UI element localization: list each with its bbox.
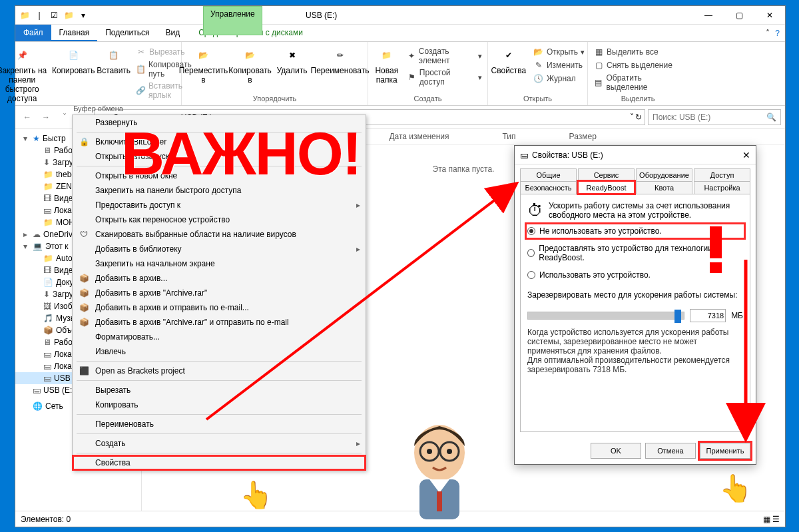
prop-tab[interactable]: Сервис: [578, 168, 635, 181]
context-menu-item[interactable]: Переименовать: [73, 417, 366, 431]
reserve-spin[interactable]: 7318: [690, 309, 726, 322]
refresh-button[interactable]: ↻: [635, 113, 642, 122]
group-clipboard-label: Буфер обмена: [73, 103, 123, 114]
context-menu-item[interactable]: Предоставить доступ к▸: [73, 198, 366, 212]
open-button[interactable]: 📂Открыть ▾: [532, 46, 586, 58]
prop-tab[interactable]: Настройка: [694, 181, 750, 194]
tab-share[interactable]: Поделиться: [97, 25, 157, 41]
mb-unit: МБ: [731, 311, 743, 320]
context-menu-item[interactable]: 📦Добавить в архив...: [73, 271, 366, 286]
context-menu-item[interactable]: Развернуть: [73, 115, 366, 130]
prop-tab[interactable]: Общие: [520, 168, 577, 181]
dialog-close-button[interactable]: ✕: [742, 150, 750, 160]
invert-icon: ▤: [593, 77, 603, 88]
context-menu-item[interactable]: 📦Добавить в архив "Archive.rar": [73, 286, 366, 300]
forward-button[interactable]: →: [38, 109, 54, 125]
addr-dropdown-icon[interactable]: ˅: [630, 113, 634, 122]
apply-button[interactable]: Применить: [700, 443, 750, 459]
prop-tab[interactable]: Доступ: [694, 168, 750, 181]
paste-button[interactable]: 📋Вставить: [97, 43, 131, 103]
newfolder-icon: 📁: [378, 46, 396, 65]
radio-dot-icon: [527, 227, 535, 235]
col-size[interactable]: Размер: [569, 132, 597, 141]
search-input[interactable]: Поиск: USB (E:) 🔍: [648, 109, 781, 125]
tab-view[interactable]: Вид: [157, 25, 188, 41]
radio-use[interactable]: Использовать это устройство.: [527, 269, 743, 281]
readyboost-intro: Ускорить работу системы за счет использо…: [549, 201, 743, 220]
context-menu-item[interactable]: Извлечь: [73, 344, 366, 359]
edit-button[interactable]: ✎Изменить: [532, 59, 586, 71]
context-menu-item[interactable]: Закрепить на панели быстрого доступа: [73, 183, 366, 198]
newfolder-button[interactable]: 📁Новая папка: [372, 43, 401, 87]
radio-dedicate[interactable]: Предоставлять это устройство для техноло…: [527, 242, 743, 264]
context-menu-item[interactable]: 🔒Включить BitLocker: [73, 134, 366, 149]
context-menu-item[interactable]: Форматировать...: [73, 330, 366, 344]
view-mode-icons[interactable]: ▦ ☰: [763, 515, 780, 524]
shortcut-icon: 🔗: [136, 85, 146, 96]
open-icon: 📂: [533, 47, 544, 57]
context-menu-item[interactable]: Копировать: [73, 398, 366, 412]
moveto-button[interactable]: 📂Переместить в: [182, 43, 225, 85]
ribbon: 📌Закрепить на панели быстрого доступа 📄К…: [15, 42, 785, 106]
ribbon-collapse-icon[interactable]: ˄: [766, 29, 770, 38]
contextual-tab-manage: Управление: [203, 6, 262, 35]
context-menu-item[interactable]: Свойства: [73, 455, 366, 470]
prop-tab[interactable]: Квота: [636, 181, 692, 194]
delete-icon: ✖: [283, 46, 302, 65]
help-icon[interactable]: ?: [775, 29, 780, 38]
minimize-button[interactable]: —: [693, 6, 724, 25]
paste-icon: 📋: [105, 46, 123, 65]
selectnone-button[interactable]: ▢Снять выделение: [592, 59, 684, 71]
context-menu-item[interactable]: Открыть автозапуск...: [73, 149, 366, 164]
qat-folder-icon[interactable]: 📁: [63, 10, 74, 21]
invertsel-button[interactable]: ▤Обратить выделение: [592, 73, 684, 93]
context-menu-item[interactable]: 🛡Сканировать выбранные области на наличи…: [73, 227, 366, 242]
props-icon: ✔: [499, 46, 518, 65]
context-menu-item[interactable]: 📦Добавить в архив и отправить по e-mail.…: [73, 300, 366, 315]
reserve-slider[interactable]: [527, 312, 684, 320]
context-menu-item[interactable]: Вырезать: [73, 383, 366, 398]
rename-button[interactable]: ✏Переименовать: [313, 43, 368, 85]
easyaccess-button[interactable]: ⚑Простой доступ ▾: [405, 67, 483, 87]
radio-dot-icon: [527, 271, 535, 279]
cancel-button[interactable]: Отмена: [645, 443, 696, 459]
context-menu-item[interactable]: Открыть в новом окне: [73, 168, 366, 183]
close-button[interactable]: ✕: [754, 6, 785, 25]
col-type[interactable]: Тип: [503, 132, 516, 141]
history-icon: 🕓: [533, 73, 544, 84]
context-menu-item[interactable]: ⬛Open as Brackets project: [73, 364, 366, 378]
pin-quickaccess-button[interactable]: 📌Закрепить на панели быстрого доступа: [0, 43, 50, 103]
recent-dropdown[interactable]: ˅: [57, 109, 73, 125]
tab-file[interactable]: Файл: [15, 25, 51, 41]
window-title: USB (E:): [306, 11, 337, 20]
col-date[interactable]: Дата изменения: [389, 132, 449, 141]
qat-check-icon[interactable]: ☑: [49, 10, 59, 21]
copyto-button[interactable]: 📂Копировать в: [229, 43, 272, 85]
tab-home[interactable]: Главная: [51, 25, 98, 41]
selectall-button[interactable]: ▦Выделить все: [592, 46, 684, 58]
radio-dont-use[interactable]: Не использовать это устройство.: [527, 225, 743, 237]
group-select-label: Выделить: [621, 93, 655, 104]
history-button[interactable]: 🕓Журнал: [532, 73, 586, 85]
back-button[interactable]: ←: [19, 109, 35, 125]
newitem-button[interactable]: ✦Создать элемент ▾: [405, 46, 483, 66]
context-menu-item[interactable]: 📦Добавить в архив "Archive.rar" и отправ…: [73, 315, 366, 330]
context-menu-item[interactable]: Добавить в библиотеку▸: [73, 242, 366, 256]
prop-tab[interactable]: Оборудование: [636, 168, 692, 181]
prop-tab[interactable]: Безопасность: [520, 181, 577, 194]
context-menu-item[interactable]: Закрепить на начальном экране: [73, 256, 366, 271]
qat-dropdown-icon[interactable]: ▾: [78, 10, 89, 21]
readyboost-note: Когда устройство используется для ускоре…: [527, 328, 743, 374]
copy-button[interactable]: 📄Копировать: [54, 43, 93, 103]
context-menu[interactable]: Развернуть🔒Включить BitLockerОткрыть авт…: [72, 115, 366, 471]
slider-thumb[interactable]: [674, 310, 681, 323]
context-menu-item[interactable]: Открыть как переносное устройство: [73, 212, 366, 227]
properties-button[interactable]: ✔Свойства: [489, 43, 528, 85]
delete-button[interactable]: ✖Удалить: [276, 43, 309, 85]
qat-divider: |: [34, 10, 45, 21]
maximize-button[interactable]: ▢: [724, 6, 754, 25]
prop-tab[interactable]: ReadyBoost: [578, 181, 635, 194]
ok-button[interactable]: OK: [591, 443, 641, 459]
context-menu-item[interactable]: Создать▸: [73, 436, 366, 451]
readyboost-icon: ⏱: [527, 201, 543, 220]
